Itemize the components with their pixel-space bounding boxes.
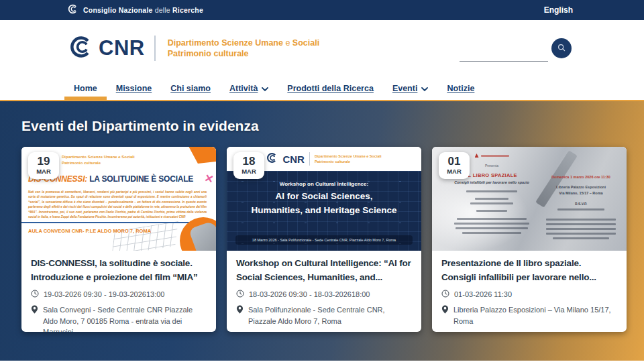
flyer-dept-text: Dipartimento Scienze Umane e Sociali Pat…	[315, 154, 382, 165]
flyer-fine-print-line	[470, 202, 513, 204]
flyer-venue-text: AULA CONVEGNI CNR- P.LE ALDO MORO 7, ROM…	[28, 228, 151, 234]
flyer-fine-print-line	[454, 223, 529, 225]
cnr-header-logo[interactable]: CNR Dipartimento Scienze Umane e Sociali…	[69, 35, 319, 62]
flyer-paragraph-line	[546, 233, 616, 235]
flyer-fine-print-line	[457, 218, 527, 220]
flyer-right-column: Domenica 1 marzo 2026 ore 11:30 Libreria…	[543, 175, 619, 239]
event-title[interactable]: Workshop on Cultural Intelligence: “AI f…	[236, 257, 412, 285]
flyer-email-line	[557, 208, 604, 210]
flyer-rsvp: R.S.V.P.	[543, 202, 619, 206]
event-datetime: 19-03-2026 09:30 - 19-03-202613:00	[31, 289, 207, 301]
chevron-down-icon	[421, 84, 428, 94]
publisher-mark-icon	[475, 154, 479, 158]
flyer-venue: Libreria Palazzo Esposizioni Via Milano,…	[543, 184, 619, 196]
flyer-fine-print-line	[455, 227, 528, 229]
nav-item-attivita[interactable]: Attività	[220, 76, 278, 100]
org-name: Consiglio Nazionale delle Ricerche	[83, 6, 203, 14]
flyer-fine-print-line	[475, 198, 508, 200]
date-badge: 01 MAR	[439, 152, 470, 179]
flyer-grid-pattern	[111, 221, 178, 251]
event-card-workshop-ai[interactable]: CNR Dipartimento Scienze Umane e Sociali…	[227, 147, 421, 332]
cnr-swirl-icon	[67, 3, 78, 17]
event-card-body: Workshop on Cultural Intelligence: “AI f…	[227, 251, 421, 326]
event-card-image[interactable]: CNR Dipartimento Scienze Umane e Sociali…	[227, 147, 421, 251]
department-name: Dipartimento Scienze Umane e Sociali Pat…	[168, 38, 319, 60]
nav-item-notizie[interactable]: Notizie	[437, 76, 484, 100]
flyer-book-subtitle: Consigli infallibili per lavorare nello …	[441, 180, 542, 184]
cnr-swirl-icon	[69, 35, 93, 62]
language-switch[interactable]: English	[544, 5, 573, 15]
clock-icon	[31, 289, 39, 301]
search-input[interactable]	[460, 44, 548, 62]
event-card-disconnessi[interactable]: Dipartimento Scienze Umane e Sociali Pat…	[21, 147, 216, 332]
event-card-body: DIS-CONNESSI, la solitudine è sociale. I…	[21, 251, 216, 332]
brand-divider	[154, 36, 156, 61]
chevron-down-icon	[262, 84, 268, 94]
magnifier-icon	[557, 43, 566, 54]
date-badge: 18 MAR	[233, 152, 264, 179]
event-title[interactable]: DIS-CONNESSI, la solitudine è sociale. I…	[31, 257, 207, 285]
publisher-name-line	[481, 155, 509, 157]
flyer-event-date: Domenica 1 marzo 2026 ore 11:30	[543, 175, 619, 179]
flyer-fine-print-line	[476, 210, 507, 212]
brand-text: CNR	[99, 36, 145, 60]
flyer-brand-divider	[309, 152, 310, 166]
clock-icon	[236, 289, 244, 301]
flyer-paragraph-line	[546, 223, 616, 225]
search-button[interactable]	[551, 38, 572, 58]
date-badge: 19 MAR	[28, 152, 59, 179]
event-card-image[interactable]: Dipartimento Scienze Umane e Sociali Pat…	[21, 147, 216, 251]
event-card-libro-spaziale[interactable]: Presenta IL LIBRO SPAZIALE Consigli infa…	[432, 147, 627, 332]
event-card-image[interactable]: Presenta IL LIBRO SPAZIALE Consigli infa…	[432, 147, 627, 251]
flyer-brand-text: CNR	[282, 154, 305, 165]
flyer-circuit-background: Workshop on Cultural Intelligence: AI fo…	[227, 171, 421, 251]
nav-item-prodotti[interactable]: Prodotti della Ricerca	[278, 76, 383, 100]
event-card-body: Presentazione de Il libro spaziale. Cons…	[432, 251, 627, 326]
flyer-kicker: Workshop on Cultural Intelligence:	[227, 181, 421, 187]
event-datetime: 18-03-2026 09:30 - 18-03-202618:00	[236, 289, 412, 301]
event-location: Sala Convegni - Sede Centrale CNR Piazza…	[31, 304, 207, 332]
site-header: CNR Dipartimento Scienze Umane e Sociali…	[0, 20, 644, 76]
event-datetime: 01-03-2026 11:30	[441, 289, 617, 301]
flyer-orange-shape	[181, 147, 216, 164]
flyer-footer-bar: 18 Marzo 2026 - Sala Polifunzionale - Se…	[235, 235, 413, 245]
nav-item-missione[interactable]: Missione	[107, 76, 162, 100]
cnr-topbar-logo[interactable]: Consiglio Nazionale delle Ricerche	[67, 3, 203, 17]
flyer-body-text: Nati con la promessa di connetterci, lib…	[28, 190, 207, 220]
top-bar: Consiglio Nazionale delle Ricerche Engli…	[0, 0, 644, 20]
flyer-headline: AI for Social Sciences, Humanities, and …	[227, 190, 421, 218]
main-nav: Home Missione Chi siamo Attività Prodott…	[0, 76, 644, 101]
event-title[interactable]: Presentazione de Il libro spaziale. Cons…	[441, 257, 617, 285]
nav-item-eventi[interactable]: Eventi	[383, 76, 438, 100]
page-title: Eventi del Dipartimento in evidenza	[0, 101, 644, 134]
flyer-fine-print-line	[462, 232, 521, 234]
event-cards-row: Dipartimento Scienze Umane e Sociali Pat…	[21, 147, 627, 332]
nav-item-home[interactable]: Home	[64, 76, 107, 100]
clock-icon	[441, 289, 449, 301]
flyer-paragraph-line	[553, 237, 609, 239]
map-pin-icon	[441, 304, 449, 317]
event-location: Libreria Palazzo Esposizioni – Via Milan…	[441, 304, 617, 326]
pink-strike-mark: ✕	[203, 172, 215, 186]
nav-item-chi-siamo[interactable]: Chi siamo	[161, 76, 220, 100]
map-pin-icon	[236, 304, 244, 317]
flyer-fine-print-line	[466, 190, 517, 192]
flyer-dept-text: Dipartimento Scienze Umane e Sociali Pat…	[62, 154, 135, 166]
events-hero-section: Eventi del Dipartimento in evidenza Dipa…	[0, 101, 644, 361]
cnr-swirl-icon	[266, 152, 278, 166]
map-pin-icon	[31, 304, 38, 317]
search-area	[460, 35, 572, 62]
flyer-paragraph-line	[546, 219, 616, 221]
flyer-paragraph-line	[546, 228, 616, 230]
event-location: Sala Polifunzionale - Sede Centrale CNR,…	[236, 304, 412, 326]
